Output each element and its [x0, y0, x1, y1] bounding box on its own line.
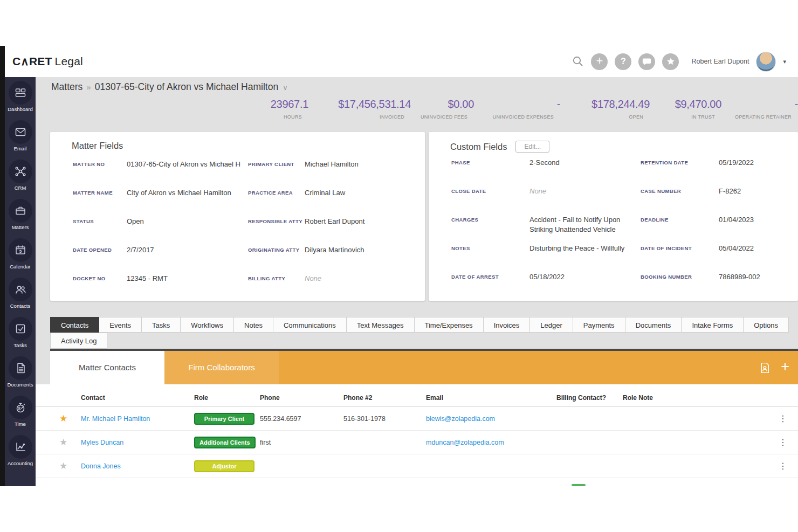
sidebar-item-calendar[interactable]: 5 Calendar — [5, 238, 36, 278]
stat-operating-retainer: - OPERATING RETAINER — [721, 98, 798, 120]
logo-legal-text: Legal — [55, 55, 83, 67]
sidebar-item-email[interactable]: Email — [5, 120, 36, 160]
page-title: 01307-65-City of Akron vs Michael Hamilt… — [95, 81, 278, 92]
user-avatar[interactable] — [756, 52, 776, 72]
tab-activity-log[interactable]: Activity Log — [50, 333, 107, 349]
field-date-opened: DATE OPENED2/7/2017 — [73, 245, 248, 274]
tab-workflows[interactable]: Workflows — [181, 317, 234, 333]
custom-fields-card: Custom Fields Edit... PHASE2-Second CLOS… — [429, 132, 798, 301]
add-contact-icon[interactable]: + — [781, 360, 789, 374]
row-menu-icon[interactable] — [779, 414, 787, 423]
tasks-icon — [9, 317, 32, 341]
favorite-star-icon[interactable] — [59, 413, 67, 424]
email-icon — [9, 120, 32, 144]
field-phase: PHASE2-Second — [451, 158, 641, 186]
table-row: Mr. Michael P Hamilton Primary Client 55… — [36, 407, 798, 431]
stat-open: $178,244.49 OPEN — [560, 98, 650, 120]
window-left-edge — [0, 46, 5, 486]
sidebar-item-matters[interactable]: Matters — [5, 199, 36, 238]
user-menu-caret-icon[interactable]: ▾ — [783, 58, 786, 65]
tab-events[interactable]: Events — [99, 317, 142, 333]
tab-contacts[interactable]: Contacts — [50, 317, 99, 333]
row-menu-icon[interactable] — [779, 461, 787, 471]
header-email: Email — [426, 394, 556, 402]
field-billing-atty: BILLING ATTYNone — [248, 274, 425, 301]
field-responsible-atty: RESPONSIBLE ATTYRobert Earl Dupont — [248, 217, 425, 245]
dashboard-icon — [9, 81, 32, 105]
field-originating-atty: ORIGINATING ATTYDilyara Martinovich — [248, 245, 425, 274]
table-header-row: Contact Role Phone Phone #2 Email Billin… — [36, 384, 798, 407]
sidebar-item-accounting[interactable]: Accounting — [5, 435, 36, 474]
sidebar-item-crm[interactable]: CRM — [5, 160, 36, 199]
contact-phone: 555.234.6597 — [260, 415, 343, 423]
download-vcard-icon[interactable] — [759, 362, 771, 374]
tab-communications[interactable]: Communications — [273, 317, 347, 333]
field-retention-date: RETENTION DATE05/19/2022 — [641, 158, 798, 186]
search-icon[interactable] — [572, 56, 584, 67]
tab-payments[interactable]: Payments — [573, 317, 625, 333]
favorites-icon[interactable] — [662, 53, 679, 70]
contact-phone2: 516-301-1978 — [343, 415, 426, 423]
table-row: Donna Jones Adjustor — [36, 454, 798, 478]
role-badge: Adjustor — [194, 460, 254, 472]
help-icon[interactable] — [615, 53, 631, 70]
tab-notes[interactable]: Notes — [234, 317, 273, 333]
caret-legal-logo: C∧RETLegal — [12, 55, 83, 68]
stat-invoiced: $17,456,531.14 INVOICED — [308, 98, 411, 120]
sidebar-item-documents[interactable]: Documents — [5, 356, 36, 396]
favorite-star-icon[interactable] — [59, 461, 67, 471]
header-role: Role — [194, 394, 260, 402]
matter-tab-bar: Contacts Events Tasks Workflows Notes Co… — [50, 317, 798, 333]
breadcrumb[interactable]: Matters»01307-65-City of Akron vs Michae… — [51, 81, 288, 93]
contact-email-link[interactable]: mduncan@zolapedia.com — [426, 439, 504, 446]
tab-intake-forms[interactable]: Intake Forms — [682, 317, 744, 333]
crm-icon — [9, 160, 32, 183]
contacts-section-header: Matter Contacts Firm Collaborators + — [50, 351, 798, 384]
contact-phone: first — [260, 439, 343, 446]
contact-email-link[interactable]: blewis@zolapedia.com — [426, 415, 495, 423]
add-icon[interactable] — [591, 53, 608, 70]
field-date-of-incident: DATE OF INCIDENT05/04/2022 — [641, 244, 798, 272]
contact-name-link[interactable]: Mr. Michael P Hamilton — [81, 415, 150, 423]
row-menu-icon[interactable] — [779, 438, 787, 447]
breadcrumb-section[interactable]: Matters — [51, 81, 82, 92]
sidebar-item-tasks[interactable]: Tasks — [5, 317, 36, 356]
top-header: C∧RETLegal Robert Earl Dupont ▾ — [5, 46, 798, 77]
field-deadline: DEADLINE01/04/2023 — [641, 215, 798, 244]
header-role-note: Role Note — [623, 394, 768, 402]
tab-firm-collaborators[interactable]: Firm Collaborators — [164, 351, 279, 384]
contact-name-link[interactable]: Donna Jones — [81, 462, 121, 470]
contacts-icon — [9, 278, 32, 301]
stat-uninvoiced-fees: $0.00 UNINVOICED FEES — [411, 98, 474, 120]
tab-matter-contacts[interactable]: Matter Contacts — [50, 351, 164, 384]
field-status: STATUSOpen — [73, 217, 248, 245]
tab-options[interactable]: Options — [744, 317, 789, 333]
tab-tasks[interactable]: Tasks — [142, 317, 181, 333]
tab-documents[interactable]: Documents — [625, 317, 682, 333]
stat-hours: 23967.1 HOURS — [228, 98, 308, 120]
header-billing-contact: Billing Contact? — [556, 394, 623, 402]
field-notes: NOTESDisturbing the Peace - Willfully — [451, 244, 641, 272]
field-primary-client: PRIMARY CLIENTMichael Hamilton — [248, 160, 425, 188]
user-name[interactable]: Robert Earl Dupont — [691, 58, 749, 65]
tab-text-messages[interactable]: Text Messages — [347, 317, 415, 333]
field-case-number: CASE NUMBERF-8262 — [641, 186, 798, 215]
contact-name-link[interactable]: Myles Duncan — [81, 439, 123, 446]
matter-fields-title: Matter Fields — [72, 141, 123, 151]
sidebar-item-contacts[interactable]: Contacts — [5, 278, 36, 317]
tab-ledger[interactable]: Ledger — [530, 317, 573, 333]
field-booking-number: BOOKING NUMBER7868989-002 — [641, 272, 798, 301]
breadcrumb-separator: » — [86, 82, 91, 92]
favorite-star-icon[interactable] — [59, 437, 67, 447]
sidebar-item-time[interactable]: $ Time — [5, 396, 36, 435]
role-badge: Additional Clients — [194, 437, 256, 448]
tab-invoices[interactable]: Invoices — [484, 317, 531, 333]
matter-dropdown-caret-icon[interactable]: ∨ — [283, 84, 288, 92]
stat-in-trust: $9,470.00 IN TRUST — [650, 98, 721, 120]
header-phone2: Phone #2 — [343, 394, 426, 402]
sidebar-item-dashboard[interactable]: Dashboard — [5, 81, 36, 120]
tab-time-expenses[interactable]: Time/Expenses — [415, 317, 484, 333]
chat-icon[interactable] — [638, 53, 655, 70]
edit-custom-fields-button[interactable]: Edit... — [515, 141, 549, 153]
field-close-date: CLOSE DATENone — [451, 186, 641, 215]
